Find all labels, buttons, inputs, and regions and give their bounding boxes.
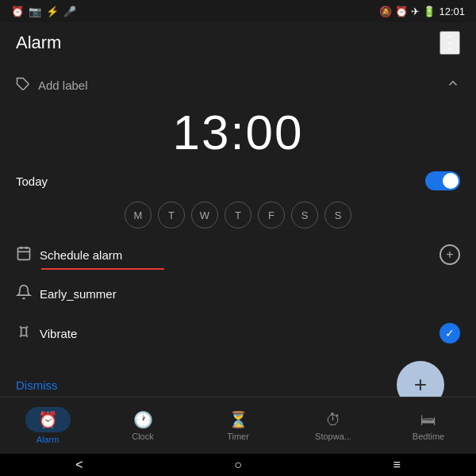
label-row: Add label: [0, 70, 476, 101]
recent-gesture[interactable]: ≡: [393, 458, 400, 472]
alarm-time[interactable]: 13:00: [172, 105, 303, 159]
vibrate-icon: [16, 324, 32, 344]
time-display[interactable]: 13:00: [0, 101, 476, 167]
voice-status-icon: 🎤: [63, 6, 76, 17]
day-monday[interactable]: M: [125, 202, 152, 228]
bedtime-nav-label: Bedtime: [413, 432, 444, 441]
schedule-icon: [16, 245, 32, 265]
stopwatch-nav-icon: ⏱: [325, 411, 341, 429]
clock-nav-icon: 🕐: [133, 410, 153, 429]
svg-rect-5: [21, 328, 27, 336]
bell-icon: [16, 284, 32, 304]
alarm-nav-label: Alarm: [36, 435, 60, 444]
flight-icon: ✈: [411, 6, 420, 17]
status-bar-left: ⏰ 📷 ⚡ 🎤: [11, 6, 76, 17]
day-sunday[interactable]: S: [324, 202, 351, 228]
alarm-nav-icon: ⏰: [38, 410, 58, 429]
more-options-button[interactable]: ⋮: [440, 31, 460, 55]
vibrate-row[interactable]: Vibrate ✓: [0, 313, 476, 353]
schedule-alarm-row[interactable]: Schedule alarm +: [0, 235, 476, 274]
app-bar: Alarm ⋮: [0, 22, 476, 63]
day-wednesday[interactable]: W: [191, 202, 218, 228]
nav-item-bedtime[interactable]: 🛏 Bedtime: [381, 406, 476, 446]
nav-item-clock[interactable]: 🕐 Clock: [95, 405, 190, 446]
today-toggle[interactable]: [425, 171, 460, 190]
status-time: 12:01: [439, 6, 465, 17]
today-label: Today: [16, 175, 48, 188]
stopwatch-nav-label: Stopwa...: [315, 432, 351, 441]
home-gesture[interactable]: ○: [234, 458, 242, 472]
day-friday[interactable]: F: [258, 202, 285, 228]
main-content: Add label 13:00 Today M T W T F S S: [0, 63, 476, 397]
dismiss-row: Dismiss +: [0, 353, 476, 397]
mute-icon: 🔕: [379, 6, 392, 17]
label-tag-icon: [16, 77, 30, 94]
label-chevron-button[interactable]: [446, 76, 460, 94]
dismiss-button[interactable]: Dismiss: [16, 378, 58, 392]
vibrate-checkmark[interactable]: ✓: [440, 323, 460, 344]
add-schedule-button[interactable]: +: [440, 244, 460, 265]
alarm-name-row[interactable]: Early_summer: [0, 274, 476, 313]
timer-nav-icon: ⏳: [228, 410, 248, 429]
days-row: M T W T F S S: [0, 195, 476, 235]
alarm-name-label[interactable]: Early_summer: [40, 287, 117, 301]
toggle-knob: [443, 173, 459, 189]
add-label-text[interactable]: Add label: [38, 79, 88, 92]
day-thursday[interactable]: T: [225, 202, 251, 228]
schedule-underline: [41, 268, 164, 270]
bedtime-nav-icon: 🛏: [420, 411, 436, 429]
day-tuesday[interactable]: T: [158, 202, 185, 228]
status-bar: ⏰ 📷 ⚡ 🎤 🔕 ⏰ ✈ 🔋 12:01: [0, 0, 476, 22]
clock-nav-label: Clock: [132, 432, 154, 441]
camera-status-icon: 📷: [29, 6, 41, 17]
back-gesture[interactable]: <: [75, 458, 83, 472]
battery-icon: 🔋: [423, 6, 436, 17]
usb-status-icon: ⚡: [46, 6, 59, 17]
nav-gesture-bar: < ○ ≡: [0, 454, 476, 476]
timer-nav-label: Timer: [227, 432, 249, 441]
day-saturday[interactable]: S: [291, 202, 318, 228]
svg-rect-1: [18, 248, 30, 259]
vibrate-label: Vibrate: [40, 327, 77, 340]
status-bar-right: 🔕 ⏰ ✈ 🔋 12:01: [379, 6, 465, 17]
fab-button[interactable]: +: [397, 361, 444, 397]
app-title: Alarm: [16, 33, 61, 53]
nav-item-timer[interactable]: ⏳ Timer: [190, 405, 286, 446]
alarm-status-icon: ⏰: [11, 6, 24, 17]
schedule-alarm-label: Schedule alarm: [40, 248, 122, 262]
bottom-nav: ⏰ Alarm 🕐 Clock ⏳ Timer ⏱ Stopwa... 🛏 Be…: [0, 397, 476, 454]
nav-item-stopwatch[interactable]: ⏱ Stopwa...: [286, 406, 381, 446]
nav-item-alarm[interactable]: ⏰ Alarm: [0, 402, 95, 449]
alarm-right-icon: ⏰: [395, 6, 408, 17]
today-row: Today: [0, 167, 476, 195]
